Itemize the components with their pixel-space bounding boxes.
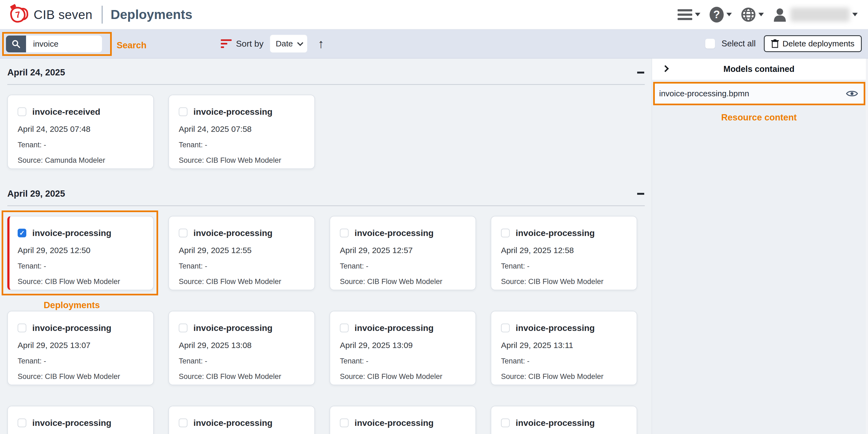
deployment-tenant: Tenant: - [179,262,309,271]
deployment-checkbox[interactable] [179,323,187,332]
deployment-checkbox[interactable] [18,418,26,427]
deployment-card[interactable]: invoice-processing [7,406,154,434]
deployment-timestamp: April 24, 2025 07:58 [179,124,309,134]
deployment-name: invoice-received [32,106,100,117]
deployment-timestamp: April 29, 2025 12:57 [340,246,470,255]
sort-selected-value: Date [276,39,293,48]
minus-icon[interactable] [637,72,644,73]
deployment-source: Source: CIB Flow Web Modeler [179,156,309,165]
hamburger-icon [678,9,692,20]
panel-header: Models contained [652,59,866,80]
resource-row[interactable]: invoice-processing.bpmn [653,82,865,105]
deployment-group: April 24, 2025 invoice-receivedApril 24,… [7,59,652,169]
group-date: April 24, 2025 [7,67,65,78]
deployment-card[interactable]: invoice-processingApril 29, 2025 13:11Te… [491,311,637,385]
deployment-name: invoice-processing [354,228,434,238]
view-resource-button[interactable] [846,89,858,98]
selected-deployment-wrapper: ✓invoice-processingApril 29, 2025 12:50T… [7,216,154,290]
deployment-card[interactable]: invoice-processingApril 29, 2025 13:08Te… [168,311,315,385]
toolbar: Search Sort by Date ↑ Select all Delete … [0,29,868,59]
deployment-name: invoice-processing [32,418,112,428]
deployment-checkbox[interactable] [179,229,187,237]
deployments-list: April 24, 2025 invoice-receivedApril 24,… [0,59,652,434]
user-menu-button[interactable] [773,8,858,22]
main-menu-button[interactable] [678,9,701,20]
deployment-card[interactable]: invoice-processing [491,406,637,434]
scrollbar-track[interactable] [866,59,868,434]
deployment-card[interactable]: invoice-processing [168,406,315,434]
trash-icon [771,39,779,48]
select-all-checkbox[interactable] [705,39,715,49]
deployment-card[interactable]: invoice-processingApril 29, 2025 12:58Te… [491,216,637,290]
sort-field-select[interactable]: Date [270,35,307,53]
deployment-tenant: Tenant: - [179,357,309,365]
deployment-checkbox[interactable] [179,107,187,116]
deployment-source: Source: CIB Flow Web Modeler [501,278,631,286]
deployment-source: Source: CIB Flow Web Modeler [179,372,309,381]
deployment-checkbox[interactable] [501,418,510,427]
user-name-redacted [790,8,849,22]
deployments-annotation-label: Deployments [44,300,100,310]
sort-controls: Sort by Date ↑ [221,29,324,58]
deployment-timestamp: April 29, 2025 12:50 [18,246,148,255]
group-header: April 29, 2025 [7,169,645,199]
deployment-checkbox[interactable] [18,323,26,332]
globe-icon [741,7,756,22]
deployment-card[interactable]: ✓invoice-processingApril 29, 2025 12:50T… [7,216,154,290]
sort-by-label: Sort by [236,39,264,49]
brand-divider [102,6,102,24]
deployment-source: Source: CIB Flow Web Modeler [340,372,470,381]
deployment-card[interactable]: invoice-processingApril 29, 2025 13:09Te… [330,311,476,385]
deployment-timestamp: April 29, 2025 12:58 [501,246,631,255]
deployment-checkbox[interactable] [340,418,348,427]
deployment-name: invoice-processing [193,418,273,428]
chevron-down-icon [297,40,304,46]
deployment-checkbox[interactable] [18,107,26,116]
deployment-card[interactable]: invoice-processingApril 29, 2025 12:55Te… [168,216,315,290]
logo-seven-text: 7 [14,9,21,20]
delete-deployments-label: Delete deployments [782,39,855,48]
minus-icon[interactable] [637,193,644,195]
deployment-checkbox[interactable] [501,323,510,332]
deployment-card[interactable]: invoice-processingApril 24, 2025 07:58Te… [168,95,315,169]
deployment-source: Source: CIB Flow Web Modeler [18,372,148,381]
deployment-card[interactable]: invoice-processingApril 29, 2025 12:57Te… [330,216,476,290]
deployment-group: April 29, 2025 ✓invoice-processingApril … [7,169,652,434]
deployment-timestamp: April 29, 2025 13:08 [179,341,309,350]
person-icon [773,8,786,22]
sort-direction-button[interactable]: ↑ [318,37,324,50]
deployment-checkbox[interactable] [340,323,348,332]
deployment-checkbox[interactable] [340,229,348,237]
cib-seven-logo-icon: 7 [9,5,27,24]
help-menu-button[interactable]: ? [710,7,732,23]
deployment-checkbox[interactable] [501,229,510,237]
resource-content-annotation-label: Resource content [652,112,866,123]
deployment-card[interactable]: invoice-processingApril 29, 2025 13:07Te… [7,311,154,385]
filter-icon [221,39,231,48]
deployment-source: Source: CIB Flow Web Modeler [18,278,148,286]
header-menu: ? [669,7,858,23]
deployment-card[interactable]: invoice-receivedApril 24, 2025 07:48Tena… [7,95,154,169]
search-annotation-box [2,32,112,56]
search-button[interactable] [6,35,26,52]
caret-down-icon [726,13,732,16]
caret-down-icon [758,13,764,16]
magnifier-icon [11,39,21,49]
search-input[interactable] [26,35,102,52]
app-header: 7 CIB seven Deployments ? [0,0,868,29]
deployment-checkbox[interactable]: ✓ [18,229,26,237]
chevron-right-icon[interactable] [662,65,669,72]
deployment-card[interactable]: invoice-processing [330,406,476,434]
deployment-timestamp: April 29, 2025 13:11 [501,341,631,350]
delete-deployments-button[interactable]: Delete deployments [764,35,862,52]
search-annotation-label: Search [117,40,147,51]
bulk-actions: Select all Delete deployments [705,29,862,58]
deployment-source: Source: Camunda Modeler [18,156,148,165]
deployment-tenant: Tenant: - [340,357,470,365]
brand-name: CIB seven [34,7,93,22]
deployment-checkbox[interactable] [179,418,187,427]
language-menu-button[interactable] [741,7,764,22]
deployment-tenant: Tenant: - [501,357,631,365]
deployment-tenant: Tenant: - [18,141,148,149]
group-header: April 24, 2025 [7,59,645,78]
